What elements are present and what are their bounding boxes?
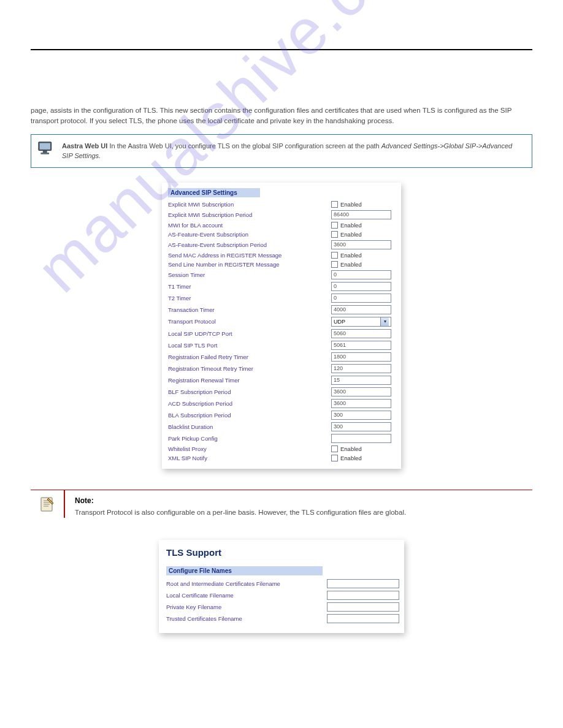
- tls-text-input[interactable]: [327, 614, 399, 623]
- select-value: UDP: [334, 319, 345, 325]
- text-input[interactable]: [331, 422, 391, 431]
- setting-label: Local SIP TLS Port: [168, 342, 327, 349]
- setting-row: ACD Subscription Period: [168, 398, 395, 409]
- setting-label: T2 Timer: [168, 295, 327, 301]
- setting-row: AS-Feature-Event SubscriptionEnabled: [168, 230, 395, 239]
- setting-label: Send Line Number in REGISTER Message: [168, 261, 327, 268]
- text-input[interactable]: [331, 210, 391, 219]
- setting-row: Whitelist ProxyEnabled: [168, 444, 395, 453]
- setting-label: Registration Timeout Retry Timer: [168, 365, 327, 372]
- tls-row: Trusted Certificates Filename: [166, 613, 397, 624]
- setting-row: T1 Timer: [168, 281, 395, 292]
- tls-row: Root and Intermediate Certificates Filen…: [166, 578, 397, 590]
- tls-row: Local Certificate Filename: [166, 590, 397, 601]
- tls-text-input[interactable]: [327, 602, 399, 612]
- setting-control: [331, 376, 395, 385]
- tls-control: [327, 614, 399, 623]
- setting-control: [331, 364, 395, 373]
- setting-row: Registration Renewal Timer: [168, 374, 395, 386]
- tls-subheading: Configure File Names: [166, 566, 323, 575]
- checkbox[interactable]: [331, 446, 338, 452]
- tls-label: Private Key Filename: [166, 604, 323, 610]
- checkbox-label: Enabled: [340, 446, 362, 452]
- setting-label: AS-Feature-Event Subscription Period: [168, 241, 327, 248]
- setting-control: Enabled: [331, 455, 395, 461]
- setting-control: [331, 294, 395, 303]
- svg-rect-2: [43, 150, 47, 152]
- setting-control: [331, 240, 395, 249]
- callout-text: Aastra Web UI In the Aastra Web UI, you …: [62, 141, 523, 161]
- setting-control: [331, 422, 395, 431]
- text-input[interactable]: [331, 270, 391, 279]
- tls-row: Private Key Filename: [166, 601, 397, 613]
- text-input[interactable]: [331, 341, 391, 350]
- setting-control: Enabled: [331, 446, 395, 452]
- checkbox[interactable]: [331, 261, 338, 268]
- tls-label: Root and Intermediate Certificates Filen…: [166, 580, 323, 587]
- setting-control: [331, 387, 395, 396]
- monitor-icon: [37, 141, 55, 157]
- setting-label: Transport Protocol: [168, 318, 327, 325]
- setting-label: Send MAC Address in REGISTER Message: [168, 252, 327, 259]
- setting-label: BLF Subscription Period: [168, 389, 327, 395]
- text-input[interactable]: [331, 399, 391, 408]
- text-input[interactable]: [331, 305, 391, 314]
- checkbox[interactable]: [331, 201, 338, 208]
- text-input[interactable]: [331, 434, 391, 443]
- setting-control: Enabled: [331, 252, 395, 259]
- checkbox[interactable]: [331, 455, 338, 461]
- tls-control: [327, 591, 399, 600]
- note-block: Note: Transport Protocol is also configu…: [31, 490, 532, 518]
- setting-label: Session Timer: [168, 271, 327, 278]
- setting-row: BLF Subscription Period: [168, 386, 395, 398]
- setting-row: Local SIP UDP/TCP Port: [168, 328, 395, 339]
- setting-label: Explicit MWI Subscription: [168, 201, 327, 208]
- text-input[interactable]: [331, 240, 391, 249]
- tls-control: [327, 602, 399, 612]
- tls-text-input[interactable]: [327, 579, 399, 588]
- setting-control: [331, 282, 395, 291]
- setting-label: Blacklist Duration: [168, 423, 327, 430]
- setting-row: Transaction Timer: [168, 304, 395, 316]
- text-input[interactable]: [331, 329, 391, 338]
- setting-row: Blacklist Duration: [168, 421, 395, 433]
- text-input[interactable]: [331, 411, 391, 420]
- setting-row: Registration Timeout Retry Timer: [168, 363, 395, 374]
- callout-body: In the Aastra Web UI, you configure TLS …: [109, 142, 381, 150]
- setting-control: [331, 210, 395, 219]
- tls-label: Trusted Certificates Filename: [166, 615, 323, 622]
- setting-control: Enabled: [331, 222, 395, 229]
- checkbox-label: Enabled: [340, 222, 362, 229]
- transport-protocol-select[interactable]: UDP▾: [331, 317, 391, 327]
- setting-label: XML SIP Notify: [168, 455, 327, 461]
- setting-control: UDP▾: [331, 317, 395, 327]
- text-input[interactable]: [331, 282, 391, 291]
- callout-box: Aastra Web UI In the Aastra Web UI, you …: [31, 134, 532, 168]
- tls-label: Local Certificate Filename: [166, 592, 323, 599]
- setting-row: XML SIP NotifyEnabled: [168, 453, 395, 463]
- tls-text-input[interactable]: [327, 591, 399, 600]
- checkbox[interactable]: [331, 231, 338, 238]
- setting-row: Registration Failed Retry Timer: [168, 351, 395, 363]
- intro-paragraph: page, assists in the configuration of TL…: [31, 105, 532, 127]
- text-input[interactable]: [331, 376, 391, 385]
- setting-label: AS-Feature-Event Subscription: [168, 231, 327, 238]
- setting-control: [331, 399, 395, 408]
- setting-label: Local SIP UDP/TCP Port: [168, 330, 327, 337]
- setting-control: [331, 411, 395, 420]
- text-input[interactable]: [331, 294, 391, 303]
- checkbox-label: Enabled: [340, 252, 362, 259]
- text-input[interactable]: [331, 364, 391, 373]
- setting-row: Send MAC Address in REGISTER MessageEnab…: [168, 251, 395, 260]
- setting-row: Park Pickup Config: [168, 433, 395, 444]
- panel-heading: Advanced SIP Settings: [168, 188, 260, 197]
- setting-control: [331, 341, 395, 350]
- text-input[interactable]: [331, 352, 391, 362]
- setting-label: MWI for BLA account: [168, 222, 327, 229]
- checkbox[interactable]: [331, 252, 338, 259]
- setting-label: ACD Subscription Period: [168, 400, 327, 407]
- text-input[interactable]: [331, 387, 391, 396]
- checkbox[interactable]: [331, 222, 338, 229]
- setting-row: AS-Feature-Event Subscription Period: [168, 239, 395, 251]
- setting-control: [331, 305, 395, 314]
